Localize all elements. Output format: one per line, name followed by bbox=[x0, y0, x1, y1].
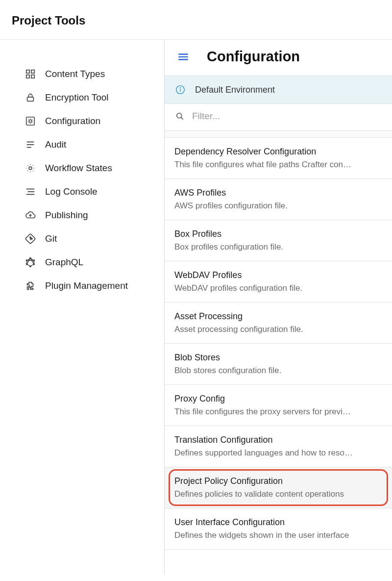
config-item-title: User Interface Configuration bbox=[174, 517, 382, 528]
sidebar-item-label: Workflow States bbox=[45, 163, 112, 174]
config-item-desc: This file configures the proxy servers f… bbox=[174, 407, 382, 417]
sidebar-item-encryption-tool[interactable]: Encryption Tool bbox=[0, 86, 164, 109]
sidebar: Content Types Encryption Tool Configurat… bbox=[0, 40, 165, 574]
svg-rect-0 bbox=[26, 70, 29, 73]
main-title: Configuration bbox=[207, 49, 300, 65]
page-header: Project Tools bbox=[0, 0, 392, 39]
svg-point-20 bbox=[30, 257, 31, 259]
config-item-dependency-resolver[interactable]: Dependency Resolver Configuration This f… bbox=[165, 138, 392, 179]
svg-rect-2 bbox=[26, 75, 29, 78]
svg-point-21 bbox=[33, 260, 35, 261]
svg-point-24 bbox=[26, 263, 27, 265]
environment-label: Default Environment bbox=[195, 85, 275, 95]
config-item-user-interface-configuration[interactable]: User Interface Configuration Defines the… bbox=[165, 508, 392, 550]
sidebar-item-label: Plugin Management bbox=[45, 280, 128, 291]
main-panel: Configuration Default Environment Depend… bbox=[165, 40, 392, 574]
config-item-aws-profiles[interactable]: AWS Profiles AWS profiles configuration … bbox=[165, 179, 392, 220]
svg-point-23 bbox=[30, 266, 31, 267]
svg-line-33 bbox=[181, 118, 183, 120]
content-types-icon bbox=[24, 68, 36, 80]
log-icon bbox=[24, 186, 36, 198]
sidebar-item-label: GraphQL bbox=[45, 257, 83, 268]
svg-point-32 bbox=[177, 113, 182, 118]
environment-banner: Default Environment bbox=[165, 76, 392, 104]
svg-rect-4 bbox=[27, 97, 34, 101]
config-item-title: Project Policy Configuration bbox=[174, 476, 382, 486]
git-icon bbox=[24, 233, 36, 245]
svg-rect-1 bbox=[31, 70, 34, 73]
sidebar-item-publishing[interactable]: Publishing bbox=[0, 203, 164, 227]
config-item-desc: Box profiles configuration file. bbox=[174, 242, 382, 252]
config-item-webdav-profiles[interactable]: WebDAV Profiles WebDAV profiles configur… bbox=[165, 261, 392, 303]
config-item-desc: Defines the widgets shown in the user in… bbox=[174, 530, 382, 540]
cloud-upload-icon bbox=[24, 209, 36, 221]
info-icon bbox=[174, 84, 186, 96]
config-item-desc: This file configures what file paths Cra… bbox=[174, 160, 382, 170]
svg-point-6 bbox=[29, 120, 32, 123]
config-item-title: Box Profiles bbox=[174, 229, 382, 239]
list-gap bbox=[165, 131, 392, 138]
lock-icon bbox=[24, 92, 36, 103]
config-item-title: Proxy Config bbox=[174, 394, 382, 404]
config-item-desc: Defines supported languages and how to r… bbox=[174, 448, 382, 458]
sidebar-item-label: Content Types bbox=[45, 69, 105, 79]
config-item-desc: Blob stores configuration file. bbox=[174, 366, 382, 376]
config-item-title: Dependency Resolver Configuration bbox=[174, 147, 382, 157]
graphql-icon bbox=[24, 256, 36, 268]
config-item-desc: Defines policies to validate content ope… bbox=[174, 489, 382, 499]
svg-rect-3 bbox=[31, 75, 34, 78]
config-item-title: Translation Configuration bbox=[174, 435, 382, 445]
config-item-title: Asset Processing bbox=[174, 311, 382, 322]
hamburger-menu-button[interactable] bbox=[176, 50, 190, 64]
sidebar-item-label: Git bbox=[45, 233, 57, 244]
sidebar-item-label: Configuration bbox=[45, 116, 100, 126]
svg-point-10 bbox=[29, 167, 32, 170]
search-icon bbox=[174, 111, 185, 122]
config-item-desc: WebDAV profiles configuration file. bbox=[174, 283, 382, 293]
sidebar-item-label: Log Console bbox=[45, 186, 98, 197]
sidebar-item-graphql[interactable]: GraphQL bbox=[0, 251, 164, 274]
plugin-icon bbox=[24, 280, 36, 292]
svg-point-31 bbox=[180, 88, 180, 88]
config-item-title: WebDAV Profiles bbox=[174, 270, 382, 280]
sidebar-item-label: Publishing bbox=[45, 210, 88, 221]
container: Content Types Encryption Tool Configurat… bbox=[0, 40, 392, 574]
config-item-title: AWS Profiles bbox=[174, 188, 382, 198]
svg-point-25 bbox=[26, 260, 27, 261]
filter-input[interactable] bbox=[192, 111, 382, 122]
config-item-asset-processing[interactable]: Asset Processing Asset processing config… bbox=[165, 303, 392, 344]
sidebar-item-log-console[interactable]: Log Console bbox=[0, 180, 164, 203]
config-item-desc: Asset processing configuration file. bbox=[174, 325, 382, 334]
sidebar-item-plugin-management[interactable]: Plugin Management bbox=[0, 274, 164, 298]
sidebar-item-label: Audit bbox=[45, 139, 66, 150]
sidebar-item-content-types[interactable]: Content Types bbox=[0, 62, 164, 86]
sidebar-item-label: Encryption Tool bbox=[45, 92, 109, 103]
svg-point-22 bbox=[33, 263, 35, 265]
config-item-desc: AWS profiles configuration file. bbox=[174, 201, 382, 211]
config-item-project-policy-configuration[interactable]: Project Policy Configuration Defines pol… bbox=[165, 467, 392, 508]
config-item-title: Blob Stores bbox=[174, 353, 382, 363]
page-title: Project Tools bbox=[12, 14, 392, 27]
sidebar-item-audit[interactable]: Audit bbox=[0, 133, 164, 156]
sidebar-item-workflow-states[interactable]: Workflow States bbox=[0, 156, 164, 180]
gear-box-icon bbox=[24, 115, 36, 127]
config-item-blob-stores[interactable]: Blob Stores Blob stores configuration fi… bbox=[165, 344, 392, 385]
sidebar-item-git[interactable]: Git bbox=[0, 227, 164, 251]
sidebar-item-configuration[interactable]: Configuration bbox=[0, 109, 164, 133]
svg-rect-5 bbox=[26, 117, 35, 126]
main-header: Configuration bbox=[165, 40, 392, 76]
filter-row bbox=[165, 104, 392, 131]
list-icon bbox=[24, 139, 36, 151]
gear-icon bbox=[24, 162, 36, 174]
config-item-proxy-config[interactable]: Proxy Config This file configures the pr… bbox=[165, 385, 392, 426]
config-item-translation-configuration[interactable]: Translation Configuration Defines suppor… bbox=[165, 426, 392, 467]
config-item-box-profiles[interactable]: Box Profiles Box profiles configuration … bbox=[165, 220, 392, 261]
